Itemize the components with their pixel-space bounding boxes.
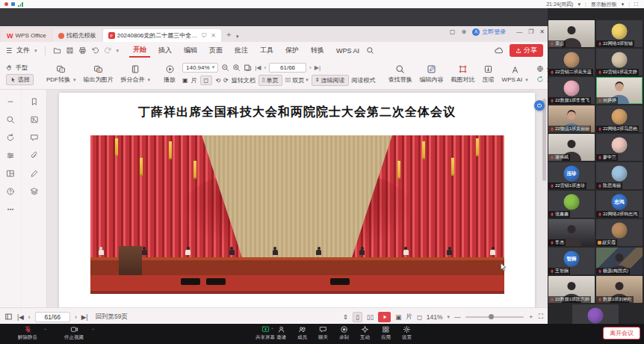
last-page-icon[interactable]: ▶|: [315, 64, 321, 71]
attachment-icon[interactable]: [30, 151, 39, 160]
close-tab-icon[interactable]: ✕: [211, 32, 216, 39]
new-tab-button[interactable]: ＋: [225, 29, 232, 40]
record-button[interactable]: 录制: [339, 325, 349, 341]
wps-assistant-floating-button[interactable]: [534, 100, 545, 111]
zoom-plus-button[interactable]: ＋: [528, 313, 535, 322]
pdf-convert-button[interactable]: PDF转换▾: [43, 59, 80, 89]
participant-tile[interactable]: 李杰: [548, 219, 595, 246]
participant-tile[interactable]: 22物流1班黄丽丽: [548, 105, 595, 132]
interact-button[interactable]: 互动: [360, 325, 370, 341]
apps-button[interactable]: 应用: [381, 325, 391, 341]
double-page-button[interactable]: ▯▯双页▾: [285, 76, 309, 85]
screenshot-compare-button[interactable]: 截图对比: [448, 59, 479, 89]
menu-item-6[interactable]: 工具: [256, 44, 277, 57]
read-mode-button[interactable]: 阅读模式: [352, 76, 376, 85]
participant-tile[interactable]: 虞玲妮: [572, 304, 619, 324]
tab-list-caret-icon[interactable]: ▾: [236, 34, 239, 40]
hand-tool-button[interactable]: 手型: [6, 64, 34, 72]
undo-icon[interactable]: [91, 46, 99, 55]
rotate-right-icon[interactable]: ⟳: [223, 77, 229, 84]
redo-icon[interactable]: [104, 46, 112, 55]
zoom-slider[interactable]: [465, 316, 524, 318]
print-icon[interactable]: [78, 46, 87, 55]
export-image-button[interactable]: 输出为图片: [80, 59, 117, 89]
rotate-doc-label[interactable]: 旋转文档: [232, 76, 256, 85]
invite-button[interactable]: 邀请: [276, 325, 286, 341]
single-page-button[interactable]: ▯单页: [258, 75, 282, 86]
minimize-icon[interactable]: —: [516, 28, 522, 35]
more-icon[interactable]: [6, 205, 15, 214]
image-panel-icon[interactable]: [30, 115, 39, 124]
continuous-read-button[interactable]: ⇕连续阅读: [312, 75, 349, 86]
bookmark-icon[interactable]: [30, 97, 39, 106]
prev-page-icon[interactable]: ‹: [264, 64, 266, 71]
participant-tile[interactable]: 22网络2班马思艳: [596, 105, 643, 132]
tab-docer-templates[interactable]: 找稻壳模板: [53, 29, 102, 42]
window-mode-icon[interactable]: ▢: [450, 28, 456, 35]
participant-tile[interactable]: 连珍22营销1班连珍: [548, 162, 595, 189]
participant-tile[interactable]: 志鸿22网络2班韩志鸿: [596, 191, 643, 218]
presentation-play-button[interactable]: [378, 312, 391, 322]
fit-width-icon[interactable]: ▣: [182, 77, 188, 84]
open-folder-icon[interactable]: [53, 46, 61, 55]
participant-tile[interactable]: 陈思海丽: [596, 162, 643, 189]
single-page-view-icon[interactable]: ▯: [353, 312, 362, 322]
display-option[interactable]: 显示触控板: [591, 1, 617, 8]
last-page-icon[interactable]: ▶|: [81, 313, 88, 321]
fit-visible-icon[interactable]: ◻: [417, 313, 422, 321]
zoom-minus-button[interactable]: —: [454, 313, 461, 321]
layers-icon[interactable]: [30, 187, 39, 196]
close-window-icon[interactable]: ✕: [539, 28, 545, 35]
time-battery-indicator[interactable]: 21:24(周四): [546, 1, 573, 8]
caret-down-icon[interactable]: ▾: [117, 48, 120, 54]
menu-item-2[interactable]: 插入: [155, 44, 176, 57]
first-page-icon[interactable]: |◀: [255, 64, 261, 71]
next-page-icon[interactable]: ›: [309, 64, 312, 71]
tab-document[interactable]: P 20240806党的二十届三中全… 🗩 ✕: [103, 29, 221, 42]
participant-tile[interactable]: 22数媒1班陈六帅: [548, 276, 595, 303]
participant-tile[interactable]: 赵安霞: [596, 219, 643, 246]
menu-item-8[interactable]: 转换: [307, 44, 328, 57]
refresh-icon[interactable]: [6, 133, 15, 142]
leave-meeting-button[interactable]: 离开会议: [603, 327, 640, 340]
help-icon[interactable]: [6, 187, 15, 196]
page-number-input[interactable]: 61/66: [35, 312, 70, 322]
split-merge-button[interactable]: 拆分合并▾: [117, 59, 155, 89]
login-button[interactable]: 立即登录: [472, 28, 506, 36]
menu-item-3[interactable]: 编辑: [180, 44, 201, 57]
wps-ai-button[interactable]: WPS AI▾: [498, 59, 532, 89]
chat-button[interactable]: 聊天: [318, 325, 328, 341]
share-screen-button[interactable]: 共享屏幕⌃: [256, 325, 275, 341]
compress-button[interactable]: 压缩: [479, 59, 498, 89]
participant-tile[interactable]: 黄山: [548, 20, 595, 47]
play-button[interactable]: 播放: [160, 59, 179, 89]
fullscreen-icon[interactable]: ⛶: [539, 313, 543, 321]
thumbnail-panel-icon[interactable]: [4, 313, 13, 321]
fit-page-icon[interactable]: ⽚: [406, 313, 412, 322]
participant-tile[interactable]: 数媒1班刘艳红: [596, 276, 643, 303]
menu-item-4[interactable]: 页面: [205, 44, 226, 57]
back-to-page-link[interactable]: 回到第59页: [95, 313, 127, 322]
sliders-icon[interactable]: [6, 151, 15, 160]
scrollbar[interactable]: [542, 91, 546, 306]
share-button[interactable]: 分享: [510, 44, 543, 57]
gear-button[interactable]: 设置: [402, 325, 412, 341]
zoom-out-icon[interactable]: [221, 64, 229, 72]
edit-content-button[interactable]: 编辑内容: [416, 59, 448, 89]
participant-tile[interactable]: 杨源(梅国贞): [596, 248, 643, 274]
fit-width-icon[interactable]: ▣: [395, 313, 401, 321]
continuous-view-icon[interactable]: ⇕: [343, 313, 348, 321]
fit-height-icon[interactable]: ⽚: [191, 76, 197, 85]
restore-icon[interactable]: ❐: [528, 28, 533, 35]
cloud-upload-icon[interactable]: [494, 46, 504, 55]
menu-item-9[interactable]: WPS AI: [332, 46, 363, 56]
zoom-in-icon[interactable]: [232, 64, 241, 72]
comment-icon[interactable]: 🗩: [201, 32, 207, 39]
participant-tile[interactable]: 22数媒1班李雪飞: [548, 77, 595, 104]
fit-page-icon[interactable]: [244, 64, 252, 72]
stop-video-button[interactable]: 停止视频 ⌃: [64, 325, 84, 341]
next-page-icon[interactable]: ›: [75, 313, 77, 321]
rotate-left-icon[interactable]: ⟲: [215, 77, 220, 84]
fullscreen-icon[interactable]: ⛶: [634, 1, 638, 7]
comment-panel-icon[interactable]: [30, 133, 39, 142]
